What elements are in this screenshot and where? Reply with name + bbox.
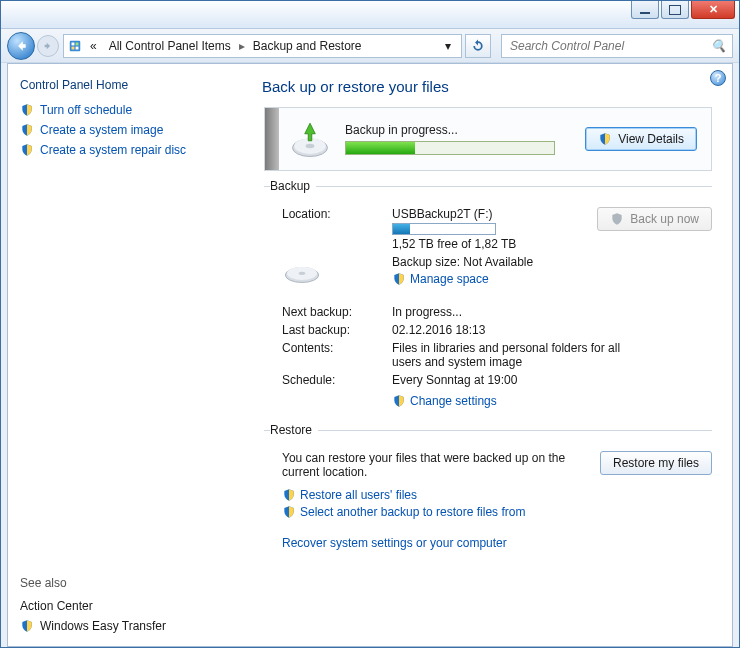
svg-rect-1 (72, 42, 75, 45)
restore-text: You can restore your files that were bac… (282, 451, 582, 479)
shield-icon (282, 488, 296, 502)
disk-usage-bar (392, 223, 496, 235)
address-bar[interactable]: « All Control Panel Items ▸ Backup and R… (63, 34, 462, 58)
shield-icon (20, 619, 34, 633)
titlebar (1, 1, 739, 29)
svg-point-7 (306, 144, 315, 148)
shield-icon (610, 212, 624, 226)
free-space-text: 1,52 TB free of 1,82 TB (392, 237, 597, 251)
backup-status-text: Backup in progress... (345, 123, 571, 137)
sidebar-item-label: Turn off schedule (40, 103, 132, 117)
svg-rect-3 (72, 46, 75, 49)
sidebar-home-link[interactable]: Control Panel Home (20, 78, 222, 92)
refresh-button[interactable] (465, 34, 491, 58)
banner-stripe (265, 108, 279, 170)
select-another-backup-link[interactable]: Select another backup to restore files f… (300, 505, 525, 519)
shield-icon (20, 103, 34, 117)
manage-space-link[interactable]: Manage space (410, 272, 489, 286)
view-details-button[interactable]: View Details (585, 127, 697, 151)
maximize-button[interactable] (661, 1, 689, 19)
page-title: Back up or restore your files (262, 78, 712, 95)
svg-rect-2 (76, 42, 79, 45)
shield-icon (598, 132, 612, 146)
sidebar-turn-off-schedule[interactable]: Turn off schedule (20, 100, 222, 120)
navbar: « All Control Panel Items ▸ Backup and R… (1, 29, 739, 63)
sidebar-item-label: Create a system repair disc (40, 143, 186, 157)
backup-size-text: Backup size: Not Available (392, 255, 712, 269)
schedule-label: Schedule: (282, 373, 392, 387)
contents-label: Contents: (282, 341, 392, 355)
breadcrumb-prefix: « (86, 39, 101, 53)
recover-system-link[interactable]: Recover system settings or your computer (282, 536, 712, 550)
sidebar-action-center[interactable]: Action Center (20, 596, 222, 616)
shield-icon (392, 394, 406, 408)
breadcrumb-backup-restore[interactable]: Backup and Restore (249, 39, 366, 53)
backup-progress-banner: Backup in progress... View Details (264, 107, 712, 171)
sidebar-item-label: Create a system image (40, 123, 163, 137)
search-input[interactable] (508, 38, 707, 54)
location-value: USBBackup2T (F:) (392, 207, 597, 221)
shield-icon (392, 272, 406, 286)
restore-legend: Restore (270, 423, 318, 437)
backup-group: Backup Location: USBBackup2T (F:) 1,52 T… (264, 179, 712, 415)
change-settings-link[interactable]: Change settings (410, 394, 497, 408)
contents-value: Files in libraries and personal folders … (392, 341, 652, 369)
restore-all-users-link[interactable]: Restore all users' files (300, 488, 417, 502)
sidebar-create-system-image[interactable]: Create a system image (20, 120, 222, 140)
location-label: Location: (282, 207, 392, 221)
search-icon: 🔍 (711, 39, 726, 53)
backup-progress-bar (345, 141, 555, 155)
minimize-button[interactable] (631, 1, 659, 19)
close-button[interactable] (691, 1, 735, 19)
chevron-right-icon: ▸ (239, 39, 245, 53)
shield-icon (20, 143, 34, 157)
shield-icon (20, 123, 34, 137)
last-backup-value: 02.12.2016 18:13 (392, 323, 712, 337)
svg-point-10 (299, 272, 306, 275)
restore-my-files-button[interactable]: Restore my files (600, 451, 712, 475)
search-box[interactable]: 🔍 (501, 34, 733, 58)
sidebar-easy-transfer[interactable]: Windows Easy Transfer (20, 616, 222, 636)
next-backup-label: Next backup: (282, 305, 392, 319)
svg-rect-4 (76, 46, 79, 49)
address-dropdown-icon[interactable]: ▾ (439, 39, 457, 53)
control-panel-icon (68, 39, 82, 53)
schedule-value: Every Sonntag at 19:00 (392, 373, 712, 387)
restore-group: Restore You can restore your files that … (264, 423, 712, 550)
last-backup-label: Last backup: (282, 323, 392, 337)
window: « All Control Panel Items ▸ Backup and R… (0, 0, 740, 648)
nav-back-button[interactable] (7, 32, 35, 60)
backup-legend: Backup (270, 179, 316, 193)
help-icon[interactable]: ? (710, 70, 726, 86)
backup-disc-icon (289, 118, 331, 160)
sidebar-create-repair-disc[interactable]: Create a system repair disc (20, 140, 222, 160)
nav-forward-button (37, 35, 59, 57)
main-content: ? Back up or restore your files Backup i… (234, 64, 732, 646)
next-backup-value: In progress... (392, 305, 712, 319)
breadcrumb-all-items[interactable]: All Control Panel Items (105, 39, 235, 53)
back-up-now-button: Back up now (597, 207, 712, 231)
drive-icon (282, 255, 392, 288)
sidebar: Control Panel Home Turn off schedule Cre… (8, 64, 234, 646)
body: Control Panel Home Turn off schedule Cre… (7, 63, 733, 647)
see-also-heading: See also (20, 576, 222, 590)
shield-icon (282, 505, 296, 519)
svg-rect-0 (70, 40, 81, 51)
